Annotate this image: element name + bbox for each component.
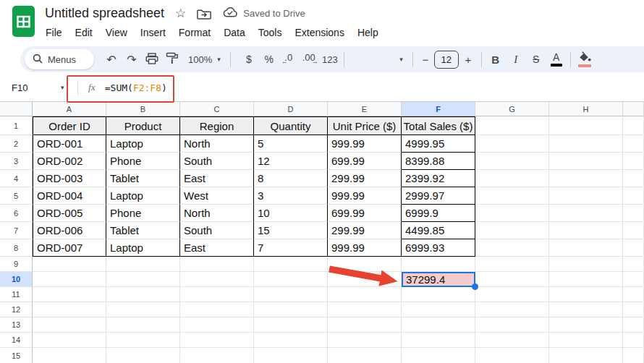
cell-A15[interactable] <box>33 348 106 363</box>
row-header-1[interactable]: 1 <box>0 116 33 135</box>
cell-F6[interactable]: 6999.9 <box>402 205 475 222</box>
menu-item-view[interactable]: View <box>99 27 134 38</box>
cell-H7[interactable] <box>549 222 623 239</box>
cell-C1[interactable]: Region <box>180 116 254 135</box>
cell-D3[interactable]: 12 <box>254 153 328 170</box>
cell-B12[interactable] <box>106 302 180 317</box>
cell-B10[interactable] <box>106 272 180 287</box>
cell-partial-9[interactable] <box>623 257 644 272</box>
cell-D9[interactable] <box>254 257 328 272</box>
strikethrough-button[interactable]: S <box>526 49 546 69</box>
cell-H8[interactable] <box>549 239 623 257</box>
cell-F4[interactable]: 2399.92 <box>402 170 475 187</box>
cell-E14[interactable] <box>328 333 402 348</box>
cell-E15[interactable] <box>328 348 402 363</box>
row-header-14[interactable]: 14 <box>0 333 33 348</box>
cell-D8[interactable]: 7 <box>254 239 328 257</box>
cell-A3[interactable]: ORD-002 <box>33 153 106 170</box>
cell-E7[interactable]: 299.99 <box>328 222 402 239</box>
row-header-10[interactable]: 10 <box>0 272 33 287</box>
column-header-partial[interactable] <box>623 102 644 116</box>
column-header-H[interactable]: H <box>549 102 623 116</box>
cell-B2[interactable]: Laptop <box>106 135 180 153</box>
cell-H15[interactable] <box>549 348 623 363</box>
menu-item-file[interactable]: File <box>39 27 69 38</box>
cell-E1[interactable]: Unit Price ($) <box>328 116 402 135</box>
cell-E12[interactable] <box>328 302 402 317</box>
format-percent-button[interactable]: % <box>259 49 279 69</box>
cell-G15[interactable] <box>475 348 549 363</box>
cell-B9[interactable] <box>106 257 180 272</box>
cell-F7[interactable]: 4499.85 <box>402 222 475 239</box>
cell-G1[interactable] <box>475 116 549 135</box>
cell-partial-4[interactable] <box>623 170 644 187</box>
cell-A1[interactable]: Order ID <box>33 116 106 135</box>
cell-B4[interactable]: Tablet <box>106 170 180 187</box>
cell-E8[interactable]: 999.99 <box>328 239 402 257</box>
row-header-7[interactable]: 7 <box>0 222 33 239</box>
row-header-2[interactable]: 2 <box>0 135 33 153</box>
cell-F14[interactable] <box>402 333 475 348</box>
cell-partial-6[interactable] <box>623 205 644 222</box>
cell-C8[interactable]: East <box>180 239 254 257</box>
cell-G8[interactable] <box>475 239 549 257</box>
cell-partial-15[interactable] <box>623 348 644 363</box>
decrease-font-size-button[interactable]: − <box>417 49 434 69</box>
cell-C9[interactable] <box>180 257 254 272</box>
row-header-12[interactable]: 12 <box>0 302 33 317</box>
cell-F3[interactable]: 8399.88 <box>402 153 475 170</box>
menu-item-edit[interactable]: Edit <box>69 27 99 38</box>
column-header-F[interactable]: F <box>402 102 475 116</box>
menu-item-data[interactable]: Data <box>217 27 252 38</box>
cell-H14[interactable] <box>549 333 623 348</box>
cell-A8[interactable]: ORD-007 <box>33 239 106 257</box>
more-formats-button[interactable]: 123 <box>320 49 340 69</box>
cell-E13[interactable] <box>328 317 402 333</box>
menu-item-help[interactable]: Help <box>351 27 385 38</box>
cell-E11[interactable] <box>328 287 402 302</box>
cell-F12[interactable] <box>402 302 475 317</box>
column-header-D[interactable]: D <box>254 102 328 116</box>
cell-A11[interactable] <box>33 287 106 302</box>
cell-G9[interactable] <box>475 257 549 272</box>
redo-button[interactable]: ↷ <box>122 49 142 69</box>
cell-E10[interactable] <box>328 272 402 287</box>
cell-partial-11[interactable] <box>623 287 644 302</box>
decrease-decimal-button[interactable]: .0 ← <box>279 50 298 69</box>
cell-B5[interactable]: Laptop <box>106 187 180 205</box>
select-all-corner[interactable] <box>0 102 33 116</box>
cell-C15[interactable] <box>180 348 254 363</box>
cell-G11[interactable] <box>475 287 549 302</box>
cell-D6[interactable]: 10 <box>254 205 328 222</box>
cell-A14[interactable] <box>33 333 106 348</box>
cell-B14[interactable] <box>106 333 180 348</box>
row-header-5[interactable]: 5 <box>0 187 33 205</box>
cell-A2[interactable]: ORD-001 <box>33 135 106 153</box>
fill-color-button[interactable] <box>575 49 595 69</box>
cell-C13[interactable] <box>180 317 254 333</box>
cell-H11[interactable] <box>549 287 623 302</box>
cell-A4[interactable]: ORD-003 <box>33 170 106 187</box>
cell-H1[interactable] <box>549 116 623 135</box>
print-button[interactable] <box>142 49 162 69</box>
cell-H9[interactable] <box>549 257 623 272</box>
zoom-select[interactable]: 100% ▾ <box>182 54 226 65</box>
italic-button[interactable]: I <box>506 49 526 69</box>
cell-D1[interactable]: Quantity <box>254 116 328 135</box>
cell-C5[interactable]: West <box>180 187 254 205</box>
cell-partial-1[interactable] <box>623 116 644 135</box>
column-header-A[interactable]: A <box>33 102 106 116</box>
name-box[interactable]: F10 ▾ <box>0 74 72 101</box>
row-header-11[interactable]: 11 <box>0 287 33 302</box>
cell-F13[interactable] <box>402 317 475 333</box>
cell-F8[interactable]: 6999.93 <box>402 239 475 257</box>
cell-A7[interactable]: ORD-006 <box>33 222 106 239</box>
undo-button[interactable]: ↶ <box>101 49 122 69</box>
cell-A13[interactable] <box>33 317 106 333</box>
bold-button[interactable]: B <box>486 49 506 69</box>
cell-C6[interactable]: North <box>180 205 254 222</box>
column-header-C[interactable]: C <box>180 102 254 116</box>
row-header-9[interactable]: 9 <box>0 257 33 272</box>
cell-G5[interactable] <box>475 187 549 205</box>
column-header-E[interactable]: E <box>328 102 402 116</box>
